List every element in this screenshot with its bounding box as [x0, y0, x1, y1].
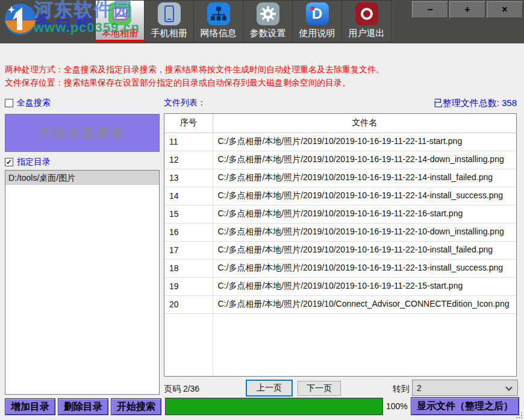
progress-bar [165, 398, 383, 415]
tab-network-info[interactable]: 网络信息 [194, 0, 243, 42]
tab-bar: 本地相册 手机相册 [95, 0, 391, 43]
tab-exit[interactable]: 用户退出 [342, 0, 391, 42]
tab-label: 手机相册 [151, 28, 187, 39]
column-header-no: 序号 [164, 114, 213, 133]
table-header-row: 序号 文件名 [164, 114, 516, 133]
column-header-name: 文件名 [213, 114, 516, 133]
progress-percent-label: 100% [386, 401, 408, 411]
network-icon [207, 2, 230, 25]
table-row[interactable]: 12C:/多点相册/本地/照片/2019/10/2019-10-16-19-11… [164, 151, 516, 169]
minimize-button[interactable]: − [412, 1, 448, 18]
notice-line1: 两种处理方式：全盘搜索及指定目录搜索，搜索结果将按文件生成时间自动处理重名及去除… [5, 63, 384, 76]
goto-page-value: 2 [417, 383, 422, 393]
help-icon: D [306, 2, 329, 25]
file-list-label: 文件列表： [164, 98, 206, 108]
tab-phone-album[interactable]: 手机相册 [145, 0, 194, 42]
chevron-down-icon [505, 384, 512, 390]
resize-grip[interactable] [516, 412, 522, 418]
phone-icon [158, 2, 181, 25]
next-page-button[interactable]: 下一页 [298, 381, 341, 396]
full-search-checkbox-row[interactable]: 全盘搜索 [5, 98, 51, 108]
tab-settings[interactable]: 参数设置 [243, 0, 293, 42]
start-search-button[interactable]: 开始搜索 [111, 398, 161, 415]
ring-glyph [361, 8, 373, 20]
table-filler-row [164, 313, 516, 376]
goto-page-select[interactable]: 2 [412, 380, 518, 396]
photo-album-icon [108, 2, 131, 25]
app-logo-icon [4, 2, 37, 36]
directory-list[interactable]: D:/tools/桌面/图片 [5, 170, 160, 395]
page-number-label: 页码 2/36 [164, 384, 199, 395]
table-row[interactable]: 16C:/多点相册/本地/照片/2019/10/2019-10-16-19-11… [164, 223, 516, 241]
red-dot [311, 7, 314, 10]
delete-directory-button[interactable]: 删除目录 [58, 398, 108, 415]
toolbar: 多点相册 本地相册 手机 [0, 0, 524, 43]
notice-text: 两种处理方式：全盘搜索及指定目录搜索，搜索结果将按文件生成时间自动处理重名及去除… [5, 63, 384, 89]
table-row[interactable]: 11C:/多点相册/本地/照片/2019/10/2019-10-16-19-11… [164, 133, 516, 151]
table-row[interactable]: 17C:/多点相册/本地/照片/2019/10/2019-10-16-19-11… [164, 241, 516, 259]
window-controls: − + × [412, 1, 523, 18]
prev-page-button[interactable]: 上一页 [246, 380, 293, 396]
tab-label: 本地相册 [102, 28, 138, 39]
table-row[interactable]: 18C:/多点相册/本地/照片/2019/10/2019-10-16-19-11… [164, 259, 516, 277]
exit-icon [355, 2, 378, 25]
progress-bar-fill [166, 398, 382, 415]
app-window: 多点相册 本地相册 手机 [0, 0, 524, 420]
tab-label: 用户退出 [349, 28, 385, 39]
specified-dir-checkbox-row[interactable]: 指定目录 [5, 157, 51, 168]
table-row[interactable]: 14C:/多点相册/本地/照片/2019/10/2019-10-16-19-11… [164, 187, 516, 205]
tab-label: 使用说明 [299, 28, 335, 39]
add-directory-button[interactable]: 增加目录 [5, 398, 55, 415]
notice-line2: 文件保存位置：搜索结果保存在设置部分指定的目录或自动保存到最大磁盘剩余空间的目录… [5, 76, 384, 89]
table-row[interactable]: 13C:/多点相册/本地/照片/2019/10/2019-10-16-19-11… [164, 169, 516, 187]
gear-icon [257, 2, 279, 25]
full-search-checkbox[interactable] [5, 99, 13, 107]
close-button[interactable]: × [487, 1, 523, 18]
total-files-label: 已整理文件总数: 358 [434, 98, 517, 109]
tab-label: 网络信息 [201, 28, 237, 39]
maximize-button[interactable]: + [449, 1, 485, 18]
table-row[interactable]: 15C:/多点相册/本地/照片/2019/10/2019-10-16-19-11… [164, 205, 516, 223]
specified-dir-checkbox[interactable] [5, 158, 13, 166]
tab-help[interactable]: D 使用说明 [293, 0, 342, 42]
show-files-button[interactable]: 显示文件（整理之后） [411, 397, 519, 415]
specified-dir-label: 指定目录 [17, 157, 51, 168]
file-table: 序号 文件名 11C:/多点相册/本地/照片/2019/10/2019-10-1… [164, 113, 517, 377]
directory-list-item[interactable]: D:/tools/桌面/图片 [5, 171, 159, 185]
tab-label: 参数设置 [250, 28, 286, 39]
table-row[interactable]: 19C:/多点相册/本地/照片/2019/10/2019-10-16-19-11… [164, 277, 516, 295]
tab-local-album[interactable]: 本地相册 [95, 0, 145, 42]
goto-label: 转到 [393, 384, 410, 395]
start-full-search-button[interactable]: 开始全盘搜索 [5, 114, 160, 152]
full-search-label: 全盘搜索 [17, 98, 51, 108]
table-row[interactable]: 20C:/多点相册/本地/照片/2019/10/Connect_Advisor_… [164, 295, 516, 313]
